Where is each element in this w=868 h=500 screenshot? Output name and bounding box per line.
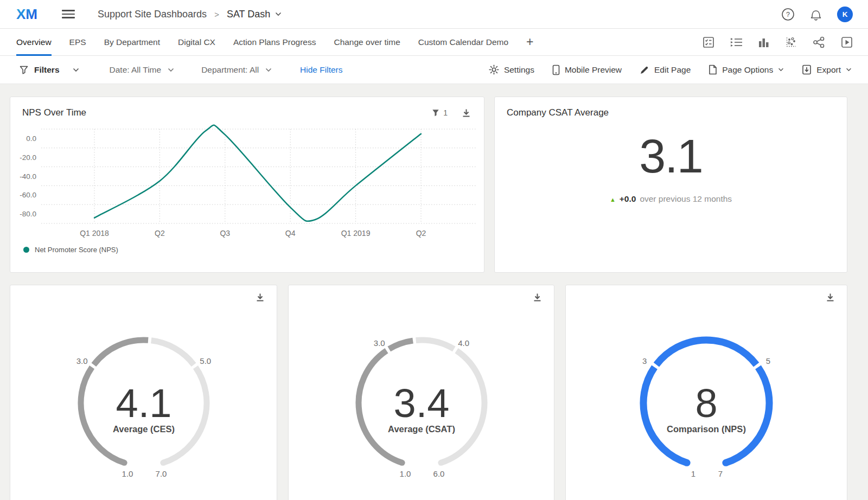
- gear-icon: [489, 65, 499, 75]
- x-axis-tick-label: Q2: [155, 229, 165, 238]
- gauge-tick-label: 5: [766, 356, 770, 366]
- date-filter[interactable]: Date: All Time: [110, 65, 175, 75]
- breadcrumb-root[interactable]: Support Site Dashboards: [98, 9, 207, 20]
- widget-filter-indicator[interactable]: 1: [432, 108, 448, 117]
- help-icon[interactable]: ?: [781, 8, 795, 21]
- download-widget-icon[interactable]: [256, 293, 265, 302]
- kpi-value: 3.1: [495, 132, 847, 180]
- ces-gauge: 3.05.01.07.04.1Average (CES): [54, 320, 233, 494]
- kpi-delta-row: ▲ +0.0 over previous 12 months: [495, 194, 847, 204]
- page-actions: Settings Mobile Preview Edit Page Page O…: [489, 65, 852, 75]
- breadcrumb-current[interactable]: SAT Dash: [227, 9, 282, 20]
- tab-change-over-time[interactable]: Change over time: [334, 29, 400, 55]
- hamburger-menu-icon[interactable]: [62, 10, 75, 18]
- chevron-down-icon: [275, 12, 282, 16]
- edit-page-button[interactable]: Edit Page: [640, 65, 691, 75]
- gauge-end-cap: [160, 460, 166, 466]
- tab-by-department[interactable]: By Department: [104, 29, 160, 55]
- x-axis-tick-label: Q3: [220, 229, 230, 238]
- gauge-max-label: 6.0: [433, 469, 444, 478]
- filter-bar: Filters Date: All Time Department: All H…: [0, 56, 868, 84]
- dashboard-tab-bar: Overview EPS By Department Digital CX Ac…: [0, 29, 868, 56]
- funnel-icon: [20, 66, 28, 74]
- export-button[interactable]: Export: [802, 65, 852, 75]
- user-avatar[interactable]: K: [837, 7, 853, 22]
- gauge-max-label: 7.0: [155, 469, 167, 478]
- mobile-phone-icon: [552, 65, 560, 75]
- tab-digital-cx[interactable]: Digital CX: [178, 29, 215, 55]
- scatter-plot-icon[interactable]: [785, 36, 797, 48]
- widget-filter-count: 1: [443, 108, 448, 117]
- gauge-min-label: 1.0: [399, 469, 411, 478]
- gauge-max-label: 7: [718, 469, 723, 478]
- chevron-down-icon: [168, 68, 174, 72]
- tab-label: Custom Calendar Demo: [418, 37, 508, 47]
- gauge-arc-segment: [151, 341, 193, 365]
- gauge-arc-segment: [726, 367, 769, 463]
- gauge-arc-segment: [93, 340, 148, 365]
- chevron-down-icon: [778, 68, 784, 72]
- gauge-arc-segment: [656, 340, 756, 365]
- nps-comparison-gauge-widget: 35178Comparison (NPS): [565, 285, 847, 500]
- pencil-icon: [640, 65, 649, 75]
- gauge-tick-label: 3: [642, 356, 647, 366]
- tab-eps[interactable]: EPS: [69, 29, 86, 55]
- gauge-min-label: 1: [691, 469, 695, 478]
- page-options-button[interactable]: Page Options: [709, 65, 784, 75]
- xm-logo[interactable]: XM: [16, 6, 41, 22]
- y-axis-labels: 0.0-20.0-40.0-60.0-80.0: [20, 134, 36, 218]
- mobile-preview-button[interactable]: Mobile Preview: [552, 65, 622, 75]
- settings-label: Settings: [504, 65, 534, 75]
- edit-page-label: Edit Page: [654, 65, 691, 75]
- tab-overview[interactable]: Overview: [16, 29, 52, 55]
- settings-button[interactable]: Settings: [489, 65, 534, 75]
- survey-checklist-icon[interactable]: [703, 36, 714, 48]
- legend-series-label: Net Promoter Score (NPS): [35, 246, 118, 254]
- xm-logo-text: XM: [16, 6, 37, 22]
- department-filter-label: Department: All: [201, 65, 259, 75]
- nps-over-time-widget: NPS Over Time 1 0.0-20.0-40.0-60.0-80.0Q…: [10, 97, 484, 273]
- bar-chart-icon[interactable]: [758, 36, 769, 48]
- funnel-filled-icon: [432, 109, 439, 117]
- outline-list-icon[interactable]: [730, 36, 743, 48]
- share-icon[interactable]: [813, 36, 825, 48]
- department-filter[interactable]: Department: All: [201, 65, 272, 75]
- hide-filters-link[interactable]: Hide Filters: [300, 65, 342, 75]
- export-icon: [802, 65, 812, 75]
- x-axis-tick-label: Q1 2018: [80, 229, 109, 238]
- add-page-button[interactable]: +: [526, 29, 533, 55]
- breadcrumb-separator: >: [214, 10, 219, 19]
- tab-action-plans-progress[interactable]: Action Plans Progress: [233, 29, 316, 55]
- nps-line-chart: 0.0-20.0-40.0-60.0-80.0Q1 2018Q2Q3Q4Q1 2…: [10, 124, 484, 240]
- nps-line-series: [94, 125, 421, 221]
- notifications-bell-icon[interactable]: [809, 8, 822, 21]
- tabbar-toolbar: [703, 29, 853, 55]
- chevron-down-icon: [846, 68, 852, 72]
- kpi-delta-text: over previous 12 months: [640, 194, 732, 204]
- download-widget-icon[interactable]: [826, 293, 835, 302]
- gauge-arc-segment: [389, 341, 413, 349]
- gauge-tick-label: 3.0: [373, 338, 385, 348]
- download-widget-icon[interactable]: [462, 108, 471, 118]
- filters-dropdown[interactable]: Filters: [20, 65, 79, 75]
- download-widget-icon[interactable]: [533, 293, 542, 302]
- nps-comparison-gauge: 35178Comparison (NPS): [566, 320, 847, 494]
- csat-gauge: 3.04.01.06.03.4Average (CSAT): [289, 320, 554, 494]
- gauge-min-label: 1.0: [122, 469, 133, 478]
- y-axis-tick-label: -20.0: [20, 153, 36, 162]
- play-presentation-icon[interactable]: [841, 36, 853, 48]
- x-axis-tick-label: Q1 2019: [341, 229, 371, 238]
- mobile-preview-label: Mobile Preview: [565, 65, 622, 75]
- page-icon: [709, 65, 717, 75]
- tab-custom-calendar-demo[interactable]: Custom Calendar Demo: [418, 29, 508, 55]
- gridlines: [41, 129, 476, 223]
- tab-label: Action Plans Progress: [233, 37, 316, 47]
- gauge-start-cap: [684, 459, 691, 466]
- gauge-tick-label: 5.0: [200, 356, 211, 366]
- trend-up-icon: ▲: [610, 196, 616, 203]
- chart-legend: Net Promoter Score (NPS): [23, 246, 484, 254]
- gauge-arc-segment: [416, 340, 454, 349]
- gauge-start-cap: [121, 460, 127, 466]
- ces-gauge-widget: 3.05.01.07.04.1Average (CES): [10, 285, 277, 500]
- x-axis-labels: Q1 2018Q2Q3Q4Q1 2019Q2: [80, 229, 426, 238]
